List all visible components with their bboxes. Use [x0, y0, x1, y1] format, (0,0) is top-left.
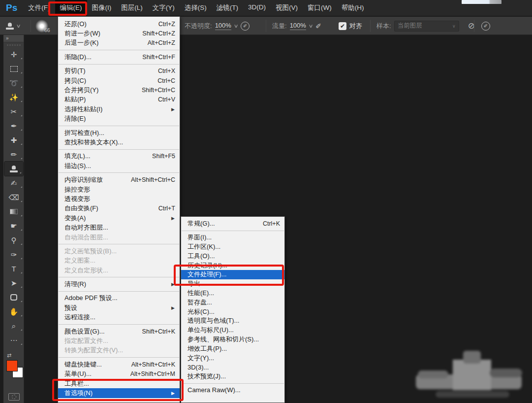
align-checkbox[interactable]: ✔: [339, 22, 346, 30]
preferences-menu-item[interactable]: 工作区(K)...: [181, 242, 284, 252]
chevron-down-icon[interactable]: ∨: [233, 23, 238, 29]
preferences-menu-item[interactable]: 单位与标尺(U)...: [181, 326, 284, 335]
edit-menu-item[interactable]: 渐隐(D)...Shift+Ctrl+F: [58, 52, 180, 62]
more-tools[interactable]: ⋯: [3, 333, 24, 347]
edit-menu-separator: [59, 126, 179, 126]
opacity-pressure-icon[interactable]: ✐: [241, 22, 250, 31]
gradient-tool[interactable]: [3, 204, 24, 219]
edit-menu-item[interactable]: 预设▶: [58, 303, 180, 312]
menubar-item-6[interactable]: 选择(S): [180, 0, 212, 16]
menubar-item-7[interactable]: 滤镜(T): [212, 0, 243, 16]
menubar-item-9[interactable]: 视图(V): [271, 0, 303, 16]
airbrush-icon[interactable]: ✐: [315, 22, 321, 30]
lasso-tool[interactable]: ➰: [3, 76, 24, 90]
edit-menu-item-label: 自动混合图层...: [64, 233, 108, 242]
edit-menu-item[interactable]: 合并拷贝(Y)Shift+Ctrl+C: [58, 85, 180, 95]
edit-menu-item[interactable]: 内容识别缩放Alt+Shift+Ctrl+C: [58, 175, 180, 184]
opacity-value[interactable]: 100%: [215, 22, 231, 30]
preferences-menu-item[interactable]: 文件处理(F)...: [181, 270, 284, 279]
preferences-menu-item[interactable]: 暂存盘...: [181, 298, 284, 307]
toolbar-grip[interactable]: [3, 42, 24, 47]
quick-mask-button[interactable]: [8, 393, 20, 401]
edit-menu-item[interactable]: 还原(O)Ctrl+Z: [58, 19, 180, 29]
opacity-control[interactable]: 不透明度: 100% ∨ ✐: [185, 17, 250, 35]
align-control[interactable]: ✔ 对齐: [339, 17, 362, 35]
edit-menu-item[interactable]: 查找和替换文本(X)...: [58, 137, 180, 147]
edit-menu-item[interactable]: 粘贴(P)Ctrl+V: [58, 95, 180, 104]
clone-stamp-tool[interactable]: [4, 162, 23, 176]
smudge-tool[interactable]: ☛: [3, 219, 24, 233]
flow-control[interactable]: 流量: 100% ∨ ✐: [272, 17, 321, 35]
preferences-menu-item[interactable]: 历史记录(H)...: [181, 261, 284, 270]
preferences-menu-item[interactable]: Camera Raw(W)...: [181, 386, 284, 395]
edit-menu-item[interactable]: 变换(A)▶: [58, 213, 180, 223]
edit-menu-item[interactable]: 描边(S)...: [58, 161, 180, 170]
preferences-menu-item[interactable]: 常规(G)...Ctrl+K: [181, 219, 284, 229]
menubar-item-2[interactable]: 编辑(E): [55, 0, 87, 16]
edit-menu-item[interactable]: 清除(E): [58, 114, 180, 124]
edit-menu-item[interactable]: 选择性粘贴(I)▶: [58, 104, 180, 114]
menubar-item-8[interactable]: 3D(D): [243, 0, 271, 16]
shape-tool[interactable]: [3, 290, 24, 304]
edit-menu-item[interactable]: 拷贝(C)Ctrl+C: [58, 76, 180, 85]
preferences-menu-item[interactable]: 光标(C)...: [181, 307, 284, 316]
type-tool[interactable]: T: [3, 262, 24, 276]
edit-menu-item[interactable]: 自动对齐图层...: [58, 223, 180, 232]
sample-select[interactable]: 当前图层 ∨: [394, 21, 459, 32]
edit-menu-item[interactable]: 清理(R)▶: [58, 279, 180, 289]
eraser-tool[interactable]: ⌫: [3, 190, 24, 204]
menubar-item-1[interactable]: 文件(F): [23, 0, 55, 16]
edit-menu-item[interactable]: 后退一步(K)Alt+Ctrl+Z: [58, 38, 180, 48]
edit-menu-item[interactable]: 键盘快捷键...Alt+Shift+Ctrl+K: [58, 360, 180, 369]
pen-tool[interactable]: ✑: [3, 247, 24, 262]
edit-menu-item[interactable]: 颜色设置(G)...Shift+Ctrl+K: [58, 327, 180, 336]
dodge-tool[interactable]: ⚲: [3, 233, 24, 247]
edit-menu-item[interactable]: 首选项(N)▶: [58, 388, 180, 398]
edit-menu-item[interactable]: 透视变形: [58, 194, 180, 203]
preferences-menu-item[interactable]: 3D(3)...: [181, 363, 284, 372]
edit-menu-item[interactable]: 菜单(U)...Alt+Shift+Ctrl+M: [58, 369, 180, 379]
edit-menu-item[interactable]: 操控变形: [58, 185, 180, 194]
move-tool[interactable]: ✛: [3, 47, 24, 62]
edit-menu-item[interactable]: 前进一步(W)Shift+Ctrl+Z: [58, 29, 180, 38]
menubar-item-11[interactable]: 帮助(H): [337, 0, 369, 16]
swap-colors-icon[interactable]: ⇄: [7, 352, 11, 359]
preferences-menu-item[interactable]: 增效工具(P)...: [181, 344, 284, 353]
edit-menu-item[interactable]: 自由变换(F)Ctrl+T: [58, 204, 180, 213]
hand-tool[interactable]: ✋: [3, 304, 24, 319]
foreground-color-swatch[interactable]: [6, 360, 18, 371]
menubar-item-3[interactable]: 图像(I): [87, 0, 117, 16]
size-pressure-icon[interactable]: ✐: [481, 22, 490, 31]
preferences-menu-item[interactable]: 界面(I)...: [181, 233, 284, 242]
edit-menu-item[interactable]: 剪切(T)Ctrl+X: [58, 67, 180, 76]
menubar-item-10[interactable]: 窗口(W): [303, 0, 337, 16]
preferences-menu-item[interactable]: 技术预览(J)...: [181, 372, 284, 381]
menubar-item-5[interactable]: 文字(Y): [148, 0, 180, 16]
preferences-menu-item[interactable]: 透明度与色域(T)...: [181, 316, 284, 326]
path-select-tool[interactable]: ➤: [3, 276, 24, 290]
crop-tool[interactable]: ✂: [3, 104, 24, 119]
magic-wand-tool[interactable]: ✨: [3, 90, 24, 104]
preferences-menu-item[interactable]: 参考线、网格和切片(S)...: [181, 335, 284, 344]
history-brush-tool[interactable]: ✍: [3, 176, 24, 190]
preferences-menu-item[interactable]: 文字(Y)...: [181, 353, 284, 363]
edit-menu-item[interactable]: 工具栏...: [58, 379, 180, 388]
preferences-menu-item[interactable]: 性能(E)...: [181, 289, 284, 298]
edit-menu-item[interactable]: 远程连接...: [58, 313, 180, 322]
preferences-menu-item[interactable]: 工具(O)...: [181, 251, 284, 261]
chevron-down-icon[interactable]: ∨: [308, 23, 313, 29]
healing-brush-tool[interactable]: ✚: [3, 133, 24, 147]
toolbar-collapse-button[interactable]: »: [3, 35, 24, 42]
eyedropper-tool[interactable]: ✒: [3, 119, 24, 133]
preferences-menu-item[interactable]: 导出...: [181, 279, 284, 289]
zoom-tool[interactable]: ⌕: [3, 319, 24, 333]
edit-menu-item[interactable]: 填充(L)...Shift+F5: [58, 152, 180, 161]
edit-menu-item[interactable]: Adobe PDF 预设...: [58, 294, 180, 303]
marquee-tool[interactable]: [3, 62, 24, 76]
flow-value[interactable]: 100%: [290, 22, 306, 30]
size-pressure-control[interactable]: ✐: [481, 17, 490, 35]
tool-preset-picker[interactable]: ∨: [6, 17, 20, 35]
edit-menu-item[interactable]: 拼写检查(H)...: [58, 128, 180, 137]
menubar-item-4[interactable]: 图层(L): [116, 0, 148, 16]
brush-tool[interactable]: ✏: [3, 147, 24, 162]
